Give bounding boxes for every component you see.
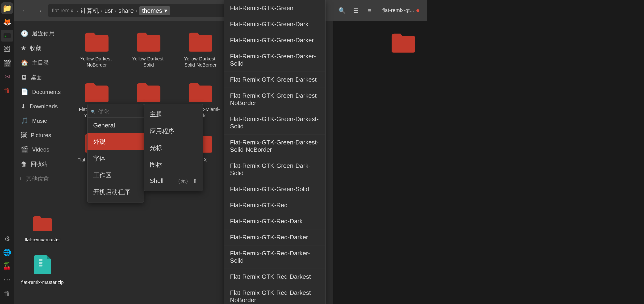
theme-item-gtk-red-darkest[interactable]: Flat-Remix-GTK-Red-Darkest bbox=[224, 269, 325, 285]
trash-taskbar-icon[interactable]: 🗑 bbox=[1, 85, 13, 96]
terminal-taskbar-icon[interactable]: $_ bbox=[1, 30, 13, 42]
sidebar-item-videos[interactable]: 🎬 Videos bbox=[16, 143, 66, 156]
sidebar-item-home[interactable]: 🏠 主目录 bbox=[16, 56, 66, 70]
forward-button[interactable]: → bbox=[34, 5, 45, 17]
sidebar-label-recent: 最近使用 bbox=[32, 30, 55, 37]
folder-name-f2: Yellow-Darkest-Solid bbox=[128, 56, 170, 68]
svg-text:$_: $_ bbox=[4, 35, 8, 37]
right-panel: 🔍 ☰ ≡ ⋮ flat-remix-gt... ● bbox=[332, 0, 427, 304]
theme-item-gtk-red[interactable]: Flat-Remix-GTK-Red bbox=[224, 197, 325, 213]
svg-rect-3 bbox=[137, 38, 160, 52]
theme-item-gtk-green-dark[interactable]: Flat-Remix-GTK-Green-Dark bbox=[224, 16, 325, 32]
trash-sidebar-icon: 🗑 bbox=[21, 160, 27, 168]
tweaks-item-startup[interactable]: 开机启动程序 bbox=[88, 184, 144, 200]
sidebar-item-desktop[interactable]: 🖥 桌面 bbox=[16, 70, 66, 85]
trash2-taskbar-icon[interactable]: 🗑 bbox=[1, 287, 13, 299]
folder-item-f1[interactable]: Yellow-Darkest-NoBorder bbox=[73, 26, 120, 72]
right-panel-folder-icon bbox=[389, 31, 418, 54]
appearance-icons[interactable]: 图标 bbox=[144, 156, 203, 173]
sidebar-item-trash[interactable]: 🗑 回收站 bbox=[16, 157, 66, 171]
firefox-taskbar-icon[interactable]: 🦊 bbox=[1, 16, 13, 28]
sidebar-item-pictures[interactable]: 🖼 Pictures bbox=[16, 128, 66, 142]
breadcrumb-dropdown-arrow: ▾ bbox=[164, 7, 167, 15]
theme-item-gtk-red-dark[interactable]: Flat-Remix-GTK-Red-Dark bbox=[224, 213, 325, 229]
tweaks-item-appearance[interactable]: 外观 bbox=[88, 133, 144, 150]
folder-icon-f3 bbox=[186, 30, 215, 53]
right-sort-button[interactable]: ≡ bbox=[364, 5, 375, 16]
tweaks-item-workspace[interactable]: 工作区 bbox=[88, 167, 144, 184]
right-panel-path: flat-remix-gt... bbox=[382, 7, 414, 14]
documents-icon: 📄 bbox=[21, 88, 28, 96]
svg-rect-2 bbox=[85, 38, 108, 52]
theme-item-gtk-green-darker[interactable]: Flat-Remix-GTK-Green-Darker bbox=[224, 32, 325, 48]
theme-item-gtk-green-darkest[interactable]: Flat-Remix-GTK-Green-Darkest bbox=[224, 72, 325, 88]
folder-item-f2[interactable]: Yellow-Darkest-Solid bbox=[125, 26, 172, 72]
breadcrumb-themes-dropdown[interactable]: themes ▾ bbox=[139, 6, 170, 15]
apps-taskbar-icon[interactable]: ⋯ bbox=[1, 274, 13, 285]
sidebar-item-recent[interactable]: 🕐 最近使用 bbox=[16, 27, 66, 41]
theme-item-gtk-green-darkest-solid-noborder[interactable]: Flat-Remix-GTK-Green-Darkest-Solid-NoBor… bbox=[224, 135, 325, 158]
sidebar-label-trash: 回收站 bbox=[31, 160, 48, 168]
appearance-shell[interactable]: Shell （无） ⬆ bbox=[144, 173, 203, 189]
tweaks-search-bar: 🔍 bbox=[88, 106, 144, 118]
svg-rect-21 bbox=[392, 39, 415, 53]
shell-badge-text: （无） bbox=[175, 177, 191, 185]
folder-item-f3[interactable]: Yellow-Darkest-Solid-NoBorder bbox=[177, 26, 224, 72]
right-view-button[interactable]: ☰ bbox=[350, 5, 362, 16]
pictures-icon: 🖼 bbox=[21, 131, 27, 139]
right-panel-dot: ● bbox=[416, 7, 420, 14]
folder-svg-icon bbox=[32, 214, 53, 233]
appearance-apps[interactable]: 应用程序 bbox=[144, 123, 203, 140]
settings-taskbar-icon[interactable]: ⚙ bbox=[1, 233, 13, 244]
tweaks-search-icon: 🔍 bbox=[91, 110, 96, 114]
sidebar-item-downloads[interactable]: ⬇ Downloads bbox=[16, 99, 66, 113]
sidebar-label-add: 其他位置 bbox=[26, 175, 49, 182]
tweaks-menu: 🔍 General 外观 字体 工作区 开机启动程序 bbox=[87, 104, 144, 202]
desktop-folder-flat-remix[interactable]: flat-remix-master bbox=[20, 211, 65, 247]
theme-item-gtk-red-darker-solid[interactable]: Flat-Remix-GTK-Red-Darker-Solid bbox=[224, 245, 325, 269]
theme-item-gtk-green-dark-solid[interactable]: Flat-Remix-GTK-Green-Dark-Solid bbox=[224, 158, 325, 181]
sidebar-label-music: Music bbox=[32, 118, 47, 124]
appearance-cursor[interactable]: 光标 bbox=[144, 140, 203, 156]
sidebar-label-desktop: 桌面 bbox=[31, 74, 42, 81]
svg-rect-6 bbox=[85, 88, 108, 102]
image-taskbar-icon[interactable]: 🖼 bbox=[1, 44, 13, 55]
breadcrumb-computer[interactable]: 计算机 bbox=[80, 7, 99, 15]
theme-item-gtk-green-darkest-noborder[interactable]: Flat-Remix-GTK-Green-Darkest-NoBorder bbox=[224, 88, 325, 111]
tweaks-item-fonts[interactable]: 字体 bbox=[88, 150, 144, 167]
recent-icon: 🕐 bbox=[21, 30, 28, 37]
sidebar-label-downloads: Downloads bbox=[30, 103, 58, 110]
sidebar-add-location[interactable]: + 其他位置 bbox=[14, 172, 68, 186]
add-icon: + bbox=[19, 175, 22, 182]
right-search-button[interactable]: 🔍 bbox=[336, 5, 348, 16]
theme-item-gtk-green-darker-solid[interactable]: Flat-Remix-GTK-Green-Darker-Solid bbox=[224, 48, 325, 72]
folder-icon-f5 bbox=[82, 80, 111, 104]
breadcrumb-share[interactable]: share bbox=[118, 7, 134, 15]
theme-item-gtk-green[interactable]: Flat-Remix-GTK-Green bbox=[224, 0, 325, 16]
svg-rect-20 bbox=[39, 264, 42, 266]
cherry-taskbar-icon[interactable]: 🍒 bbox=[1, 260, 13, 272]
files-taskbar-icon[interactable]: 📁 bbox=[1, 2, 13, 14]
sidebar-label-videos: Videos bbox=[32, 146, 49, 153]
sidebar-label-home: 主目录 bbox=[32, 59, 49, 67]
sidebar-label-bookmarks: 收藏 bbox=[30, 44, 41, 52]
breadcrumb-themes-label: themes bbox=[142, 7, 162, 15]
theme-item-gtk-green-darkest-solid[interactable]: Flat-Remix-GTK-Green-Darkest-Solid bbox=[224, 111, 325, 135]
back-button[interactable]: ← bbox=[19, 5, 31, 17]
sidebar-item-bookmarks[interactable]: ★ 收藏 bbox=[16, 41, 66, 55]
theme-item-gtk-red-darker[interactable]: Flat-Remix-GTK-Red-Darker bbox=[224, 229, 325, 245]
theme-item-gtk-green-solid[interactable]: Flat-Remix-GTK-Green-Solid bbox=[224, 181, 325, 197]
theme-item-gtk-red-darkest-noborder[interactable]: Flat-Remix-GTK-Red-Darkest-NoBorder bbox=[224, 285, 325, 304]
breadcrumb-usr[interactable]: usr bbox=[104, 7, 113, 15]
chrome-taskbar-icon[interactable]: 🌐 bbox=[1, 246, 13, 258]
video-taskbar-icon[interactable]: 🎬 bbox=[1, 57, 13, 69]
sidebar-item-music[interactable]: 🎵 Music bbox=[16, 114, 66, 128]
zip-svg-icon bbox=[33, 254, 52, 275]
sidebar-item-documents[interactable]: 📄 Documents bbox=[16, 85, 66, 99]
desktop-zip-flat-remix[interactable]: flat-remix-master.zip bbox=[16, 252, 68, 290]
mail-taskbar-icon[interactable]: ✉ bbox=[1, 71, 13, 83]
tweaks-item-general[interactable]: General bbox=[88, 118, 144, 133]
breadcrumb-location-label: flat-remix- bbox=[52, 8, 75, 14]
appearance-theme[interactable]: 主题 bbox=[144, 106, 203, 123]
svg-rect-8 bbox=[189, 88, 212, 102]
